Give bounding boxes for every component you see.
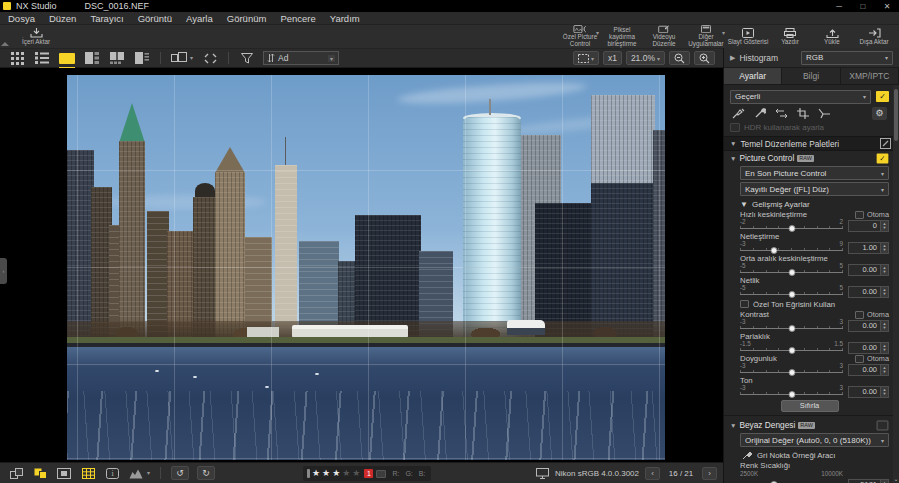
filter-button[interactable] [238, 52, 256, 65]
value-stepper[interactable]: ▲▼ [881, 386, 889, 398]
scroll-down-icon[interactable]: ⌄ [893, 475, 899, 482]
print-button[interactable]: Yazdır [769, 25, 811, 48]
panel-scrollbar[interactable]: ⌄ [893, 85, 899, 483]
crop-tool[interactable] [797, 108, 809, 119]
menu-yardim[interactable]: Yardım [330, 13, 360, 24]
slider-thumb[interactable] [788, 225, 795, 232]
slider-value[interactable]: 0 [848, 220, 881, 232]
zoom-out-button[interactable] [669, 51, 690, 65]
fit-screen-button[interactable]: ▾ [573, 51, 599, 65]
slider-thumb[interactable] [788, 391, 795, 398]
scrollbar-thumb[interactable] [894, 89, 898, 141]
single-image-view-button[interactable] [58, 52, 76, 65]
slider-value[interactable]: 0.00 [848, 386, 881, 398]
close-button[interactable]: ✕ [875, 0, 899, 12]
label-badge[interactable]: 1 [364, 469, 373, 478]
export-button[interactable]: Dışa Aktar [853, 25, 895, 48]
previous-image-button[interactable]: ‹ [645, 467, 660, 480]
version-dropdown[interactable]: Geçerli ▾ [730, 90, 871, 104]
menu-ayarla[interactable]: Ayarla [186, 13, 213, 24]
picture-control-header[interactable]: ▼ Picture Control RAW ✓ [730, 151, 889, 165]
menu-dosya[interactable]: Dosya [8, 13, 35, 24]
zoom-100-button[interactable]: x1 [603, 51, 622, 65]
picture-control-checkbox[interactable]: ✓ [877, 153, 889, 163]
slider-thumb[interactable] [788, 291, 795, 298]
slider-thumb[interactable] [788, 369, 795, 376]
slider-value[interactable]: 0.00 [848, 320, 881, 332]
slideshow-button[interactable]: Slayt Gösterisi [727, 25, 769, 48]
slider-value[interactable]: 0.00 [848, 342, 881, 354]
section-basic-palettes[interactable]: ▼ Temel Düzenleme Paletleri [724, 136, 899, 151]
tone-curve-checkbox[interactable] [740, 300, 749, 308]
zoom-level-dropdown[interactable]: 21.0% ▾ [626, 51, 665, 65]
pixel-shift-merge-button[interactable]: PIXEL Piksel kaydırma birleştirme [601, 25, 643, 48]
apply-adjustments-checkbox[interactable]: ✓ [876, 91, 889, 102]
slider-track[interactable] [740, 269, 843, 276]
menu-tarayici[interactable]: Tarayıcı [90, 13, 123, 24]
histogram-channel-dropdown[interactable]: RGB ▾ [801, 51, 893, 65]
value-stepper[interactable]: ▲▼ [881, 264, 889, 276]
image-info-view-button[interactable] [133, 52, 151, 65]
show-histogram-button[interactable]: ▾ [128, 467, 144, 480]
slider-track[interactable] [740, 369, 843, 376]
hdr-checkbox[interactable] [730, 123, 740, 132]
straighten-tool[interactable] [775, 108, 788, 119]
rotate-right-button[interactable]: ↻ [197, 466, 215, 480]
image-filmstrip-view-button[interactable] [83, 52, 101, 65]
picture-control-mode-dropdown[interactable]: En Son Picture Control ▾ [740, 166, 889, 180]
collapse-arrow-icon[interactable] [1, 42, 9, 46]
star-icon[interactable]: ★ [322, 469, 330, 478]
tag-icon[interactable] [376, 470, 386, 478]
zoom-in-button[interactable] [694, 51, 715, 65]
white-balance-checkbox[interactable] [877, 420, 889, 430]
slider-thumb[interactable] [770, 247, 777, 254]
slider-track[interactable] [740, 347, 843, 354]
star-icon[interactable]: ★ [332, 469, 340, 478]
white-balance-header[interactable]: ▼ Beyaz Dengesi RAW [730, 418, 889, 432]
sort-dropdown[interactable]: Ad ▾ [263, 51, 339, 65]
tab-bilgi[interactable]: Bilgi [782, 68, 840, 84]
value-stepper[interactable]: ▲▼ [881, 220, 889, 232]
slider-value[interactable]: 1.00 [848, 242, 881, 254]
value-stepper[interactable]: ▲▼ [881, 364, 889, 376]
next-image-button[interactable]: › [702, 467, 717, 480]
histogram-header[interactable]: ▶ Histogram RGB ▾ [724, 48, 899, 68]
tab-xmp-iptc[interactable]: XMP/IPTC [841, 68, 899, 84]
maximize-button[interactable]: □ [851, 0, 875, 12]
edit-list-icon[interactable] [880, 138, 891, 149]
star-icon[interactable]: ★ [352, 469, 360, 478]
show-grid-button[interactable] [80, 467, 96, 480]
upload-button[interactable]: Yükle [811, 25, 853, 48]
side-by-side-button[interactable] [32, 467, 48, 480]
auto-checkbox[interactable]: Otoma [855, 354, 889, 363]
slider-value[interactable]: 0.00 [848, 286, 881, 298]
retouch-brush-tool[interactable] [732, 108, 745, 119]
show-border-button[interactable] [56, 467, 72, 480]
menu-gorunum[interactable]: Görünüm [227, 13, 267, 24]
tab-ayarlar[interactable]: Ayarlar [724, 68, 782, 84]
two-up-view-button[interactable] [108, 52, 126, 65]
temperature-value[interactable]: 5181 [848, 479, 881, 483]
gray-point-row[interactable]: Gri Nokta Örneği Aracı [730, 449, 889, 461]
compare-images-button[interactable]: ▾ [170, 52, 188, 65]
thumbnail-grid-view-button[interactable] [8, 52, 26, 65]
settings-gear-button[interactable]: ⚙ [872, 107, 887, 120]
value-stepper[interactable]: ▲▼ [881, 479, 889, 483]
value-stepper[interactable]: ▲▼ [881, 320, 889, 332]
slider-value[interactable]: 0.00 [848, 364, 881, 376]
other-apps-button[interactable]: ▾ Diğer Uygulamalar [685, 25, 727, 48]
slider-track[interactable] [740, 291, 843, 298]
edit-video-button[interactable]: Videoyu Düzenle [643, 25, 685, 48]
star-icon[interactable]: ★ [312, 469, 320, 478]
color-control-point-tool[interactable] [754, 108, 766, 119]
photo-canvas[interactable] [67, 75, 665, 460]
star-icon[interactable]: ★ [342, 469, 350, 478]
advanced-settings-header[interactable]: ▼ Gelişmiş Ayarlar [730, 198, 889, 210]
white-balance-dropdown[interactable]: Orijinal Değer (Auto0, 0, 0 (5180K)) ▾ [740, 433, 889, 447]
filmstrip-handle[interactable]: ‹ [0, 258, 7, 284]
slider-track[interactable] [740, 247, 843, 254]
compare-before-after-button[interactable] [8, 467, 24, 480]
menu-duzen[interactable]: Düzen [49, 13, 76, 24]
slider-value[interactable]: 0.00 [848, 264, 881, 276]
slider-track[interactable] [740, 325, 843, 332]
